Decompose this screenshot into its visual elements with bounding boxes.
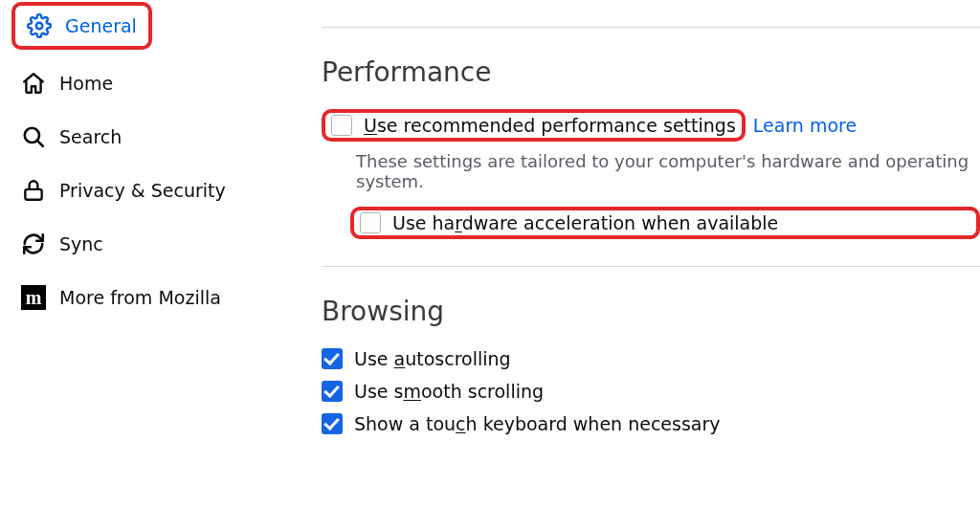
search-icon (21, 124, 46, 149)
checkbox-autoscrolling[interactable] (322, 348, 343, 369)
sidebar-item-home[interactable]: Home (11, 63, 256, 103)
home-icon (21, 71, 46, 96)
section-title-browsing: Browsing (322, 296, 980, 327)
checkbox-smooth-scrolling[interactable] (322, 381, 343, 402)
sidebar-item-label: General (65, 15, 137, 36)
svg-point-0 (36, 23, 43, 30)
sidebar-item-sync[interactable]: Sync (11, 224, 256, 264)
sidebar-item-label: More from Mozilla (59, 287, 221, 308)
sidebar-item-more-mozilla[interactable]: m More from Mozilla (11, 277, 256, 318)
sidebar-item-general[interactable]: General (17, 6, 146, 46)
sidebar-item-search[interactable]: Search (11, 117, 256, 157)
settings-main: Performance Use recommended performance … (268, 0, 980, 529)
checkbox-label[interactable]: Use autoscrolling (354, 348, 511, 369)
sync-icon (21, 231, 46, 256)
gear-icon (27, 13, 52, 38)
sidebar-item-label: Home (59, 73, 113, 94)
lock-icon (21, 178, 46, 203)
checkbox-label[interactable]: Use hardware acceleration when available (392, 212, 778, 233)
annotation-highlight: Use recommended performance settings (322, 109, 746, 142)
divider (322, 27, 980, 28)
checkbox-hardware-acceleration[interactable] (360, 212, 381, 233)
mozilla-icon: m (21, 285, 46, 310)
sidebar-item-label: Search (59, 126, 122, 147)
annotation-highlight: Use hardware acceleration when available (350, 207, 980, 239)
checkbox-touch-keyboard[interactable] (322, 413, 343, 434)
divider (322, 266, 980, 267)
performance-subtext: These settings are tailored to your comp… (356, 151, 980, 191)
checkbox-label[interactable]: Use smooth scrolling (354, 381, 544, 402)
sidebar-item-label: Privacy & Security (59, 180, 226, 201)
checkbox-label[interactable]: Use recommended performance settings (364, 115, 736, 136)
learn-more-link[interactable]: Learn more (753, 115, 857, 136)
annotation-highlight: General (11, 2, 152, 50)
section-title-performance: Performance (322, 56, 980, 88)
svg-rect-3 (25, 189, 41, 200)
checkbox-label[interactable]: Show a touch keyboard when necessary (354, 413, 721, 434)
checkbox-recommended-performance[interactable] (331, 115, 352, 136)
svg-line-2 (37, 141, 43, 146)
sidebar-item-privacy-security[interactable]: Privacy & Security (11, 170, 256, 210)
settings-sidebar: General Home Search Privacy & Securi (0, 0, 268, 529)
sidebar-item-label: Sync (59, 233, 103, 254)
